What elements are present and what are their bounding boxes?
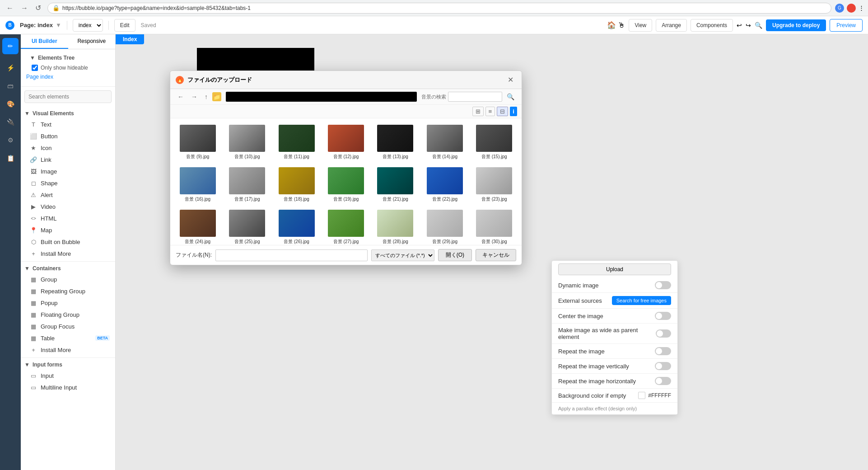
sidebar-item-install-more-containers[interactable]: + Install More — [21, 344, 115, 356]
dialog-open-button[interactable]: 開く(O) — [438, 249, 472, 261]
file-item-12[interactable]: 音景 (22).jpg — [422, 165, 467, 204]
file-item-11[interactable]: 音景 (21).jpg — [373, 165, 418, 204]
settings-nav-item[interactable]: ⚙ — [2, 132, 19, 148]
file-item-5[interactable]: 音景 (14).jpg — [422, 123, 467, 162]
filetype-select[interactable]: すべてのファイル (*.*) — [371, 249, 434, 261]
repeat-vertically-toggle[interactable] — [655, 362, 671, 370]
search-button[interactable]: 🔍 — [755, 22, 762, 29]
design-nav-item[interactable]: ✏ — [2, 38, 19, 54]
input-forms-header[interactable]: ▼ Input forms — [21, 360, 115, 370]
back-button[interactable]: ← — [4, 3, 16, 13]
search-free-images-button[interactable]: Search for free images — [612, 296, 671, 305]
components-button[interactable]: Components — [691, 19, 733, 32]
sidebar-item-image[interactable]: 🖼 Image — [21, 165, 115, 177]
sidebar-item-input[interactable]: ▭ Input — [21, 370, 115, 381]
file-item-10[interactable]: 音景 (19).jpg — [323, 165, 369, 204]
file-item-19[interactable]: 音景 (29).jpg — [422, 208, 467, 245]
file-item-4[interactable]: 音景 (13).jpg — [373, 123, 418, 162]
filename-input[interactable] — [215, 249, 368, 261]
file-item-0[interactable]: 音景 (9).jpg — [175, 123, 220, 162]
sidebar-item-floating-group[interactable]: ▦ Floating Group — [21, 309, 115, 320]
sidebar-item-map[interactable]: 📍 Map — [21, 224, 115, 236]
file-item-3[interactable]: 音景 (12).jpg — [323, 123, 369, 162]
dialog-view-large-button[interactable]: ⊟ — [497, 107, 508, 116]
logs-nav-item[interactable]: 📋 — [2, 150, 19, 166]
arrange-button[interactable]: Arrange — [656, 19, 687, 32]
preview-button[interactable]: Preview — [830, 19, 863, 32]
file-item-20[interactable]: 音景 (30).jpg — [471, 208, 517, 245]
dynamic-image-toggle[interactable] — [655, 281, 671, 289]
dialog-info-button[interactable]: i — [510, 107, 517, 116]
visual-elements-header[interactable]: ▼ Visual Elements — [21, 108, 115, 118]
redo-button[interactable]: ↪ — [746, 22, 751, 29]
search-elements-input[interactable] — [24, 90, 112, 103]
forward-button[interactable]: → — [18, 3, 31, 13]
canvas-tab[interactable]: Index — [116, 34, 144, 44]
data-nav-item[interactable]: 🗃 — [2, 78, 19, 94]
sidebar-item-button[interactable]: ⬜ Button — [21, 130, 115, 142]
sidebar-item-text[interactable]: T Text — [21, 118, 115, 130]
page-dropdown[interactable]: index — [73, 19, 103, 32]
dialog-view-list-button[interactable]: ⊞ — [472, 107, 484, 116]
view-button[interactable]: View — [629, 19, 652, 32]
extensions-icon[interactable]: ⋮ — [859, 5, 864, 11]
sidebar-item-popup[interactable]: ▦ Popup — [21, 297, 115, 309]
dialog-close-button[interactable]: ✕ — [505, 75, 516, 85]
only-show-hideable-checkbox[interactable] — [32, 65, 38, 71]
undo-button[interactable]: ↩ — [737, 22, 742, 29]
sidebar-item-alert[interactable]: ⚠ Alert — [21, 189, 115, 201]
dialog-view-details-button[interactable]: ≡ — [485, 107, 495, 116]
dialog-forward-button[interactable]: → — [188, 92, 200, 101]
page-index-link[interactable]: Page index — [26, 73, 110, 81]
tab-responsive[interactable]: Responsive — [68, 34, 116, 49]
plugins-nav-item[interactable]: 🔌 — [2, 114, 19, 130]
file-item-14[interactable]: 音景 (24).jpg — [175, 208, 220, 245]
tab-ui-builder[interactable]: UI Builder — [21, 34, 68, 49]
file-item-8[interactable]: 音景 (17).jpg — [224, 165, 270, 204]
elements-tree-header[interactable]: ▼ Elements Tree — [26, 53, 110, 63]
sidebar-item-link[interactable]: 🔗 Link — [21, 154, 115, 165]
sidebar-item-repeating-group[interactable]: ▦ Repeating Group — [21, 285, 115, 297]
file-item-7[interactable]: 音景 (16).jpg — [175, 165, 220, 204]
upgrade-button[interactable]: Upgrade to deploy — [766, 19, 826, 31]
sidebar-item-built-on-bubble[interactable]: ⬡ Built on Bubble — [21, 236, 115, 248]
file-item-17[interactable]: 音景 (27).jpg — [323, 208, 369, 245]
sidebar-item-group-focus[interactable]: ▦ Group Focus — [21, 320, 115, 332]
sidebar-item-multiline-input[interactable]: ▭ Multiline Input — [21, 381, 115, 393]
dialog-folder-icon[interactable]: 📁 — [212, 92, 221, 101]
cursor-icon[interactable]: 🖱 — [618, 21, 625, 29]
dialog-search-input[interactable] — [448, 92, 502, 102]
workflow-nav-item[interactable]: ⚡ — [2, 60, 19, 76]
sidebar-item-table[interactable]: ▦ Table BETA — [21, 332, 115, 344]
file-item-1[interactable]: 音景 (10).jpg — [224, 123, 270, 162]
home-icon[interactable]: 🏠 — [607, 21, 616, 29]
repeat-image-toggle[interactable] — [655, 347, 671, 355]
file-item-13[interactable]: 音景 (23).jpg — [471, 165, 517, 204]
refresh-button[interactable]: ↺ — [33, 3, 44, 13]
center-image-toggle[interactable] — [655, 312, 671, 320]
sidebar-item-install-more-visual[interactable]: + Install More — [21, 248, 115, 259]
dialog-up-button[interactable]: ↑ — [202, 92, 210, 101]
sidebar-item-group[interactable]: ▦ Group — [21, 273, 115, 285]
file-item-9[interactable]: 音景 (18).jpg — [274, 165, 319, 204]
upload-button[interactable]: Upload — [558, 263, 671, 275]
file-item-6[interactable]: 音景 (15).jpg — [471, 123, 517, 162]
sidebar-item-icon[interactable]: ★ Icon — [21, 142, 115, 154]
make-wide-toggle[interactable] — [656, 329, 671, 338]
sidebar-item-html[interactable]: <> HTML — [21, 212, 115, 224]
sidebar-item-video[interactable]: ▶ Video — [21, 201, 115, 212]
bg-color-swatch[interactable] — [638, 392, 645, 399]
styles-nav-item[interactable]: 🎨 — [2, 96, 19, 112]
dialog-cancel-button[interactable]: キャンセル — [476, 249, 516, 261]
repeat-horizontally-toggle[interactable] — [655, 377, 671, 385]
file-item-15[interactable]: 音景 (25).jpg — [224, 208, 270, 245]
containers-header[interactable]: ▼ Containers — [21, 263, 115, 273]
address-bar[interactable]: 🔒 https://bubble.io/page?type=page&name=… — [47, 3, 831, 14]
file-item-16[interactable]: 音景 (26).jpg — [274, 208, 319, 245]
dialog-back-button[interactable]: ← — [175, 92, 187, 101]
file-item-18[interactable]: 音景 (28).jpg — [373, 208, 418, 245]
dialog-search-button[interactable]: 🔍 — [504, 92, 517, 101]
file-item-2[interactable]: 音景 (11).jpg — [274, 123, 319, 162]
edit-button[interactable]: Edit — [114, 19, 135, 32]
sidebar-item-shape[interactable]: ◻ Shape — [21, 177, 115, 189]
